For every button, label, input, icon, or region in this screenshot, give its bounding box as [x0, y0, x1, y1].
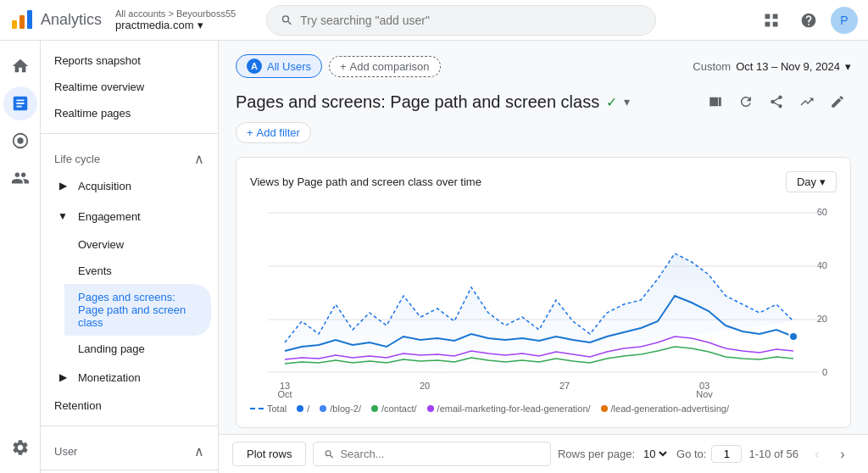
search-icon: [281, 14, 293, 27]
legend-dot-icon: [320, 405, 326, 412]
sidebar-item-acquisition[interactable]: ▶ Acquisition: [41, 170, 211, 201]
sidebar-item-label: Events: [78, 264, 112, 277]
trend-icon-button[interactable]: [793, 88, 821, 115]
add-comparison-button[interactable]: + Add comparison: [329, 56, 441, 77]
user-chevron-icon[interactable]: ∧: [194, 443, 204, 459]
legend-dot-icon: [601, 405, 608, 412]
header-right: P: [756, 5, 858, 36]
analytics-logo-icon: [10, 8, 34, 32]
legend-contact: /contact/: [371, 403, 417, 414]
legend-total: Total: [250, 403, 287, 414]
nav-divider-2: [41, 426, 218, 426]
search-table-icon: [324, 448, 335, 460]
all-users-segment-chip[interactable]: A All Users: [236, 54, 322, 78]
refresh-icon: [738, 94, 754, 109]
edit-icon-button[interactable]: [824, 88, 851, 115]
period-dropdown-icon: ▾: [820, 175, 826, 188]
sidebar-item-label: Overview: [78, 238, 124, 251]
nav-divider: [41, 133, 218, 134]
search-input[interactable]: [300, 14, 642, 27]
svg-text:20: 20: [817, 314, 827, 324]
sidebar-item-realtime-overview[interactable]: Realtime overview: [41, 74, 211, 100]
search-bar[interactable]: [266, 5, 656, 36]
rows-per-page-label: Rows per page:: [558, 448, 635, 460]
user-avatar[interactable]: P: [831, 7, 858, 34]
svg-point-19: [789, 332, 798, 341]
legend-dot-icon: [297, 405, 303, 412]
edit-icon: [830, 94, 845, 109]
add-filter-label: Add filter: [257, 126, 300, 139]
view-toggle-icon-button[interactable]: [702, 88, 729, 115]
sidebar-item-retention[interactable]: Retention: [41, 392, 211, 419]
segment-bar: A All Users + Add comparison Custom Oct …: [236, 54, 851, 78]
custom-label: Custom: [693, 60, 731, 73]
segment-chip-icon: A: [247, 58, 262, 74]
share-icon: [769, 94, 784, 109]
sidebar-item-label: Monetization: [78, 371, 141, 384]
circle-nav-icon[interactable]: [3, 124, 37, 158]
table-search-input[interactable]: [340, 448, 540, 460]
sidebar-item-landing-page[interactable]: Landing page: [64, 336, 211, 362]
page-title-bar: Pages and screens: Page path and screen …: [236, 88, 851, 115]
sidebar-item-pages-and-screens[interactable]: Pages and screens: Page path and screen …: [64, 284, 211, 336]
sidebar-item-realtime-pages[interactable]: Realtime pages: [41, 100, 211, 126]
goto-page-input[interactable]: [711, 445, 742, 463]
sidebar-icons: [0, 41, 41, 473]
user-section-title[interactable]: User ∧: [41, 433, 218, 463]
engagement-sub-menu: Overview Events Pages and screens: Page …: [41, 231, 218, 362]
plot-rows-button[interactable]: Plot rows: [232, 442, 306, 466]
expand-icon: ▼: [54, 208, 71, 225]
sidebar-item-overview[interactable]: Overview: [64, 231, 211, 258]
sidebar-item-engagement[interactable]: ▼ Engagement: [41, 201, 211, 231]
svg-text:60: 60: [817, 207, 827, 217]
title-dropdown-icon[interactable]: ▾: [624, 95, 630, 109]
trend-icon: [799, 94, 815, 109]
date-range-value: Oct 13 – Nov 9, 2024: [736, 60, 840, 73]
settings-nav-icon[interactable]: [3, 431, 37, 465]
legend-label: /: [307, 403, 309, 414]
grid-icon-button[interactable]: [756, 5, 787, 36]
rows-per-page-select[interactable]: 10 25 50: [640, 447, 670, 461]
svg-text:40: 40: [817, 260, 827, 270]
sidebar-item-reports-snapshot[interactable]: Reports snapshot: [41, 47, 211, 74]
legend-label: /email-marketing-for-lead-generation/: [437, 403, 591, 414]
lifecycle-section-title[interactable]: Life cycle ∧: [41, 141, 218, 170]
svg-point-4: [17, 137, 23, 143]
lifecycle-chevron-icon[interactable]: ∧: [194, 151, 204, 167]
account-dropdown-icon[interactable]: ▾: [198, 19, 203, 31]
sidebar-item-label: Landing page: [78, 342, 145, 355]
share-icon-button[interactable]: [763, 88, 790, 115]
chart-card: Views by Page path and screen class over…: [236, 157, 851, 428]
verified-icon: ✓: [606, 94, 617, 110]
prev-page-button[interactable]: ‹: [805, 442, 829, 466]
sidebar-nav: Reports snapshot Realtime overview Realt…: [41, 41, 219, 473]
help-icon-button[interactable]: [793, 5, 824, 36]
people-nav-icon[interactable]: [3, 161, 37, 195]
rows-per-page-control: Rows per page: 10 25 50: [558, 447, 670, 461]
sidebar-item-label: Retention: [54, 399, 102, 412]
sidebar-item-monetization[interactable]: ▶ Monetization: [41, 362, 211, 392]
bottom-bar: Plot rows Rows per page: 10 25 50 Go to:…: [219, 434, 868, 473]
page-title: Pages and screens: Page path and screen …: [236, 92, 630, 112]
logo: Analytics: [10, 8, 102, 32]
reports-nav-icon[interactable]: [3, 86, 37, 120]
plus-icon: +: [340, 60, 347, 73]
svg-text:27: 27: [559, 381, 570, 391]
legend-label: /contact/: [381, 403, 417, 414]
add-filter-button[interactable]: + Add filter: [236, 122, 311, 143]
date-range-dropdown-icon: ▾: [845, 60, 851, 73]
legend-label: /blog-2/: [330, 403, 361, 414]
sidebar-item-label: Engagement: [78, 210, 141, 223]
legend-label: Total: [267, 403, 287, 414]
sidebar-item-label: Pages and screens: Page path and screen …: [78, 291, 198, 329]
date-range-picker[interactable]: Custom Oct 13 – Nov 9, 2024 ▾: [693, 60, 851, 73]
refresh-icon-button[interactable]: [732, 88, 760, 115]
page-info: 1-10 of 56: [748, 448, 798, 460]
svg-text:Nov: Nov: [696, 389, 713, 398]
chart-period-selector[interactable]: Day ▾: [786, 171, 837, 192]
next-page-button[interactable]: ›: [831, 442, 854, 466]
home-nav-icon[interactable]: [3, 49, 37, 83]
table-search-box[interactable]: [313, 442, 551, 466]
sidebar-item-events[interactable]: Events: [64, 258, 211, 284]
account-info[interactable]: All accounts > Beyourboss55 practmedia.c…: [115, 8, 236, 31]
